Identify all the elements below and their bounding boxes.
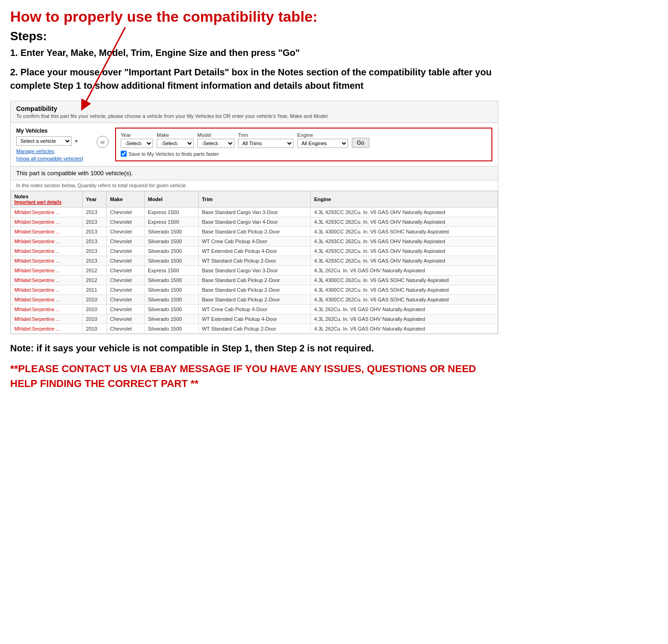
model-field: Model -Select- [197,132,234,148]
vehicle-select-dropdown[interactable]: Select a vehicle [16,136,72,146]
table-cell: Chevrolet [107,246,145,256]
table-cell: 2010 [82,314,106,324]
table-cell: Mfrlabel:Serpentine ... [11,295,83,305]
table-cell: 2010 [82,295,106,305]
table-cell: Chevrolet [107,276,145,285]
table-body: Mfrlabel:Serpentine ...2013ChevroletExpr… [11,208,498,334]
table-cell: 4.3L 4300CC 262Cu. In. V6 GAS SOHC Natur… [311,295,498,305]
col-header-year: Year [82,191,106,208]
step1-text: 1. Enter Year, Make, Model, Trim, Engine… [10,46,498,59]
table-cell: Silverado 1500 [144,305,198,314]
table-cell: Mfrlabel:Serpentine ... [11,266,83,276]
table-header-row: Notes Important part details Year Make M… [11,191,498,208]
table-cell: Chevrolet [107,314,145,324]
table-cell: 4.3L 262Cu. In. V6 GAS OHV Naturally Asp… [311,305,498,314]
table-cell: 4.3L 4293CC 262Cu. In. V6 GAS OHV Natura… [311,208,498,217]
table-cell: WT Crew Cab Pickup 4-Door [198,305,311,314]
table-cell: 2011 [82,285,106,295]
dropdown-arrow-icon: ▼ [74,139,79,144]
year-label: Year [121,132,153,138]
save-checkbox[interactable] [121,151,127,157]
table-cell: Base Standard Cargo Van 3-Door [198,208,311,217]
table-cell: Mfrlabel:Serpentine ... [11,305,83,314]
table-cell: Base Standard Cab Pickup 2-Door [198,227,311,237]
col-header-model: Model [144,191,198,208]
compat-section-title: Compatibility [16,105,492,112]
table-cell: Mfrlabel:Serpentine ... [11,227,83,237]
table-cell: Chevrolet [107,256,145,266]
table-row: Mfrlabel:Serpentine ...2013ChevroletSilv… [11,246,498,256]
table-cell: Express 1500 [144,266,198,276]
table-row: Mfrlabel:Serpentine ...2010ChevroletSilv… [11,295,498,305]
note-text: Note: if it says your vehicle is not com… [10,342,498,355]
table-cell: Base Standard Cargo Van 4-Door [198,217,311,227]
table-cell: Mfrlabel:Serpentine ... [11,256,83,266]
table-cell: 4.3L 4300CC 262Cu. In. V6 GAS SOHC Natur… [311,276,498,285]
table-cell: 4.3L 262Cu. In. V6 GAS OHV Naturally Asp… [311,324,498,334]
table-cell: WT Standard Cab Pickup 2-Door [198,256,311,266]
engine-label: Engine [297,132,348,138]
save-checkbox-row: Save to My Vehicles to finds parts faste… [121,151,487,157]
table-cell: Express 1500 [144,208,198,217]
table-cell: WT Crew Cab Pickup 4-Door [198,237,311,246]
table-cell: Silverado 1500 [144,295,198,305]
table-cell: 4.3L 262Cu. In. V6 GAS OHV Naturally Asp… [311,314,498,324]
col-header-make: Make [107,191,145,208]
table-cell: WT Extended Cab Pickup 4-Door [198,246,311,256]
engine-field: Engine All Engines [297,132,348,148]
main-title: How to properly use the compatibility ta… [10,8,498,25]
my-vehicles-section: My Vehicles Select a vehicle ▼ Manage ve… [16,128,90,161]
table-head: Notes Important part details Year Make M… [11,191,498,208]
model-label: Model [197,132,234,138]
year-field: Year -Select- [121,132,153,148]
table-row: Mfrlabel:Serpentine ...2013ChevroletSilv… [11,256,498,266]
model-select[interactable]: -Select- [197,139,234,148]
step2-text: 2. Place your mouse over "Important Part… [10,66,498,92]
make-select[interactable]: -Select- [157,139,194,148]
table-cell: 2013 [82,256,106,266]
table-cell: Silverado 1500 [144,246,198,256]
compatible-notice: This part is compatible with 1000 vehicl… [11,166,498,180]
table-row: Mfrlabel:Serpentine ...2013ChevroletExpr… [11,217,498,227]
table-cell: Chevrolet [107,227,145,237]
table-row: Mfrlabel:Serpentine ...2013ChevroletSilv… [11,237,498,246]
table-cell: 2012 [82,266,106,276]
table-cell: 2010 [82,324,106,334]
table-cell: Silverado 1500 [144,237,198,246]
year-select[interactable]: -Select- [121,139,153,148]
table-cell: 2010 [82,305,106,314]
table-cell: Mfrlabel:Serpentine ... [11,285,83,295]
manage-vehicles-link[interactable]: Manage vehicles [16,148,90,154]
table-cell: Base Standard Cab Pickup 2-Door [198,295,311,305]
col-header-engine: Engine [311,191,498,208]
go-button[interactable]: Go [352,138,369,148]
compatibility-widget: Compatibility To confirm that this part … [10,101,498,334]
table-cell: 4.3L 4293CC 262Cu. In. V6 GAS OHV Natura… [311,246,498,256]
compat-header: Compatibility To confirm that this part … [11,101,498,123]
table-cell: Chevrolet [107,217,145,227]
table-cell: 2013 [82,246,106,256]
table-row: Mfrlabel:Serpentine ...2012ChevroletSilv… [11,276,498,285]
table-row: Mfrlabel:Serpentine ...2010ChevroletSilv… [11,324,498,334]
table-cell: Mfrlabel:Serpentine ... [11,208,83,217]
steps-heading: Steps: [10,29,498,43]
table-cell: Chevrolet [107,237,145,246]
table-cell: Chevrolet [107,285,145,295]
table-row: Mfrlabel:Serpentine ...2010ChevroletSilv… [11,314,498,324]
table-cell: 2013 [82,217,106,227]
table-cell: Base Standard Cargo Van 3-Door [198,266,311,276]
table-cell: Mfrlabel:Serpentine ... [11,324,83,334]
show-all-link[interactable]: [show all compatible vehicles] [16,156,90,161]
table-cell: Express 1500 [144,217,198,227]
engine-select[interactable]: All Engines [297,139,348,148]
notes-sub-label: Important part details [14,200,61,205]
trim-select[interactable]: All Trims [238,139,294,148]
table-cell: 2013 [82,237,106,246]
entry-fields-row: Year -Select- Make -Select- Model -Selec… [121,132,487,148]
table-cell: WT Standard Cab Pickup 2-Door [198,324,311,334]
table-row: Mfrlabel:Serpentine ...2013ChevroletSilv… [11,227,498,237]
table-row: Mfrlabel:Serpentine ...2010ChevroletSilv… [11,305,498,314]
table-row: Mfrlabel:Serpentine ...2013ChevroletExpr… [11,208,498,217]
table-cell: Chevrolet [107,305,145,314]
compat-body: My Vehicles Select a vehicle ▼ Manage ve… [11,123,498,166]
